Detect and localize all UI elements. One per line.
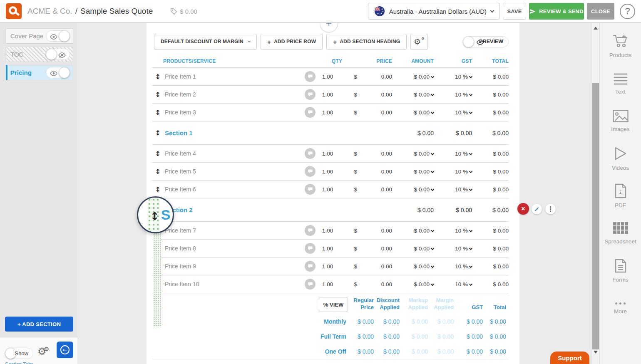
table-settings-button[interactable]: ⚙˚ [410,34,428,50]
sidebar-item-forms[interactable]: Forms [600,252,641,290]
comment-bubble-icon[interactable] [305,148,316,159]
preview-toggle[interactable]: PREVIEW [463,36,509,47]
scrollbar-thumb[interactable] [592,83,599,349]
gst-dropdown[interactable]: 10 % [434,109,472,116]
gst-dropdown[interactable]: 10 % [434,186,472,193]
price-field[interactable]: 0.00 [360,263,392,270]
qty-field[interactable]: 1.00 [319,186,345,193]
drag-handle-icon[interactable]: ↕ [152,129,163,137]
comment-bubble-icon[interactable] [305,71,316,82]
add-price-row-button[interactable]: + ADD PRICE ROW [261,34,323,50]
scroll-down-button[interactable] [594,351,598,354]
qty-field[interactable]: 1.00 [319,151,345,157]
comment-bubble-icon[interactable] [305,261,316,272]
price-field[interactable]: 0.00 [360,186,392,193]
amount-dropdown[interactable]: $ 0.00 [392,281,434,287]
review-send-button[interactable]: REVIEW & SEND [529,3,584,20]
section-name-field[interactable]: Section 1 [163,129,392,136]
price-field[interactable]: 0.00 [360,151,392,157]
item-name-field[interactable]: Price Item 10 [163,281,305,287]
visibility-toggle[interactable] [46,49,70,60]
amount-dropdown[interactable]: $ 0.00 [392,74,434,80]
sidebar-item-more[interactable]: More [600,290,641,327]
close-button[interactable]: CLOSE [587,3,614,20]
discount-margin-dropdown[interactable]: DEFAULT DISCOUNT OR MARGIN [154,34,257,50]
sidebar-item-toc[interactable]: TOC [6,47,73,62]
content-scrollbar[interactable] [591,23,599,364]
comment-bubble-icon[interactable] [305,243,316,254]
drag-handle-icon[interactable]: ↕ [152,168,163,176]
qty-field[interactable]: 1.00 [319,228,345,234]
amount-dropdown[interactable]: $ 0.00 [392,109,434,116]
amount-dropdown[interactable]: $ 0.00 [392,151,434,157]
price-field[interactable]: 0.00 [360,168,392,175]
section-name-field[interactable]: Section 2 [163,206,392,213]
gst-dropdown[interactable]: 10 % [434,168,472,175]
visibility-toggle[interactable] [46,30,70,42]
amount-dropdown[interactable]: $ 0.00 [392,92,434,98]
drag-handle-icon[interactable]: ↕ [152,150,163,158]
gst-dropdown[interactable]: 10 % [434,263,472,270]
delete-block-button[interactable]: × [517,203,529,215]
price-field[interactable]: 0.00 [360,228,392,234]
amount-dropdown[interactable]: $ 0.00 [392,263,434,270]
item-name-field[interactable]: Price Item 6 [163,186,305,193]
comment-bubble-icon[interactable] [305,107,316,118]
drag-handle-icon[interactable]: ↕ [152,109,163,116]
drag-handle-icon[interactable]: ↕ [152,186,163,193]
sidebar-item-pricing[interactable]: Pricing [6,65,73,80]
add-section-button[interactable]: + ADD SECTION [5,317,73,332]
item-name-field[interactable]: Price Item 1 [163,73,305,80]
item-name-field[interactable]: Price Item 3 [163,109,305,116]
qty-field[interactable]: 1.00 [319,74,345,80]
scroll-up-button[interactable] [594,27,598,30]
support-button[interactable]: Support [550,352,589,364]
qty-field[interactable]: 1.00 [319,245,345,252]
item-name-field[interactable]: Price Item 8 [163,245,305,252]
amount-dropdown[interactable]: $ 0.00 [392,186,434,193]
comment-bubble-icon[interactable] [305,225,316,236]
comment-bubble-icon[interactable] [305,89,316,100]
gst-dropdown[interactable]: 10 % [434,151,472,157]
save-button[interactable]: SAVE [503,3,526,20]
drag-handle-icon[interactable]: ↕ [152,91,163,99]
add-section-heading-button[interactable]: + ADD SECTION HEADING [326,34,407,50]
qty-field[interactable]: 1.00 [319,168,345,175]
item-name-field[interactable]: Price Item 9 [163,263,305,270]
item-name-field[interactable]: Price Item 4 [163,150,305,157]
sidebar-item-cover-page[interactable]: Cover Page [6,28,73,44]
price-field[interactable]: 0.00 [360,109,392,116]
sidebar-item-videos[interactable]: Videos [600,140,641,177]
more-options-button[interactable] [545,204,556,214]
comment-bubble-icon[interactable] [305,166,316,177]
comment-bubble-icon[interactable] [305,184,316,195]
percent-view-button[interactable]: % VIEW [319,297,348,312]
sidebar-item-text[interactable]: Text [600,65,641,102]
sidebar-item-images[interactable]: Images [600,102,641,140]
qty-field[interactable]: 1.00 [319,109,345,116]
gst-dropdown[interactable]: 10 % [434,245,472,252]
currency-selector[interactable]: Australia - Australian Dollars (AUD) [368,3,500,20]
amount-dropdown[interactable]: $ 0.00 [392,245,434,252]
qty-field[interactable]: 1.00 [319,281,345,287]
price-field[interactable]: 0.00 [360,92,392,98]
sidebar-item-products[interactable]: Products [600,27,641,65]
qty-field[interactable]: 1.00 [319,263,345,270]
gst-dropdown[interactable]: 10 % [434,74,472,80]
gst-dropdown[interactable]: 10 % [434,281,472,287]
amount-dropdown[interactable]: $ 0.00 [392,228,434,234]
show-section-tabs-toggle[interactable]: Show [5,348,33,359]
item-name-field[interactable]: Price Item 7 [163,227,305,234]
price-field[interactable]: 0.00 [360,245,392,252]
collapse-sidebar-button[interactable]: ← [57,342,73,358]
sidebar-item-spreadsheet[interactable]: Spreadsheet [600,215,641,252]
visibility-toggle[interactable] [46,67,70,78]
gst-dropdown[interactable]: 10 % [434,92,472,98]
sidebar-item-pdf[interactable]: PDF [600,177,641,215]
drag-handle-icon[interactable]: ↕ [152,73,163,81]
price-field[interactable]: 0.00 [360,74,392,80]
help-button[interactable]: ? [620,4,635,19]
gst-dropdown[interactable]: 10 % [434,228,472,234]
price-field[interactable]: 0.00 [360,281,392,287]
qty-field[interactable]: 1.00 [319,92,345,98]
